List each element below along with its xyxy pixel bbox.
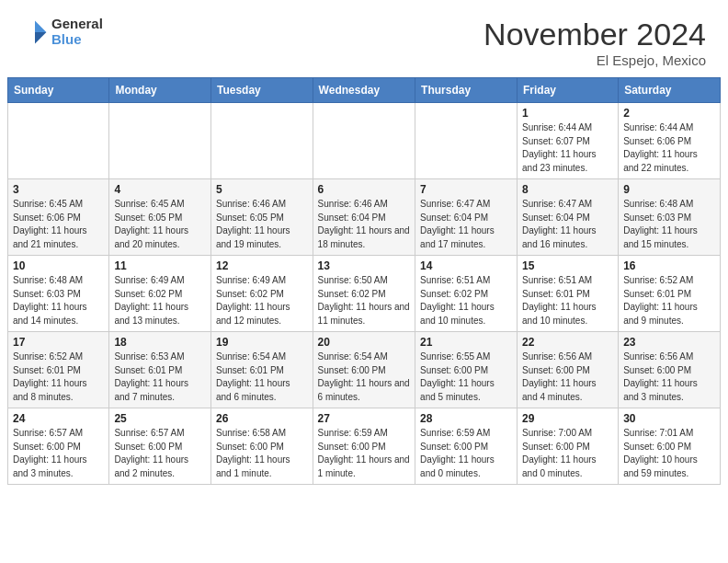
calendar-week-row: 24 Sunrise: 6:57 AMSunset: 6:00 PMDaylig… (8, 408, 721, 485)
cell-content: Sunrise: 6:57 AMSunset: 6:00 PMDaylight:… (114, 428, 188, 478)
calendar-cell: 20 Sunrise: 6:54 AMSunset: 6:00 PMDaylig… (313, 332, 415, 408)
calendar-cell: 19 Sunrise: 6:54 AMSunset: 6:01 PMDaylig… (210, 332, 313, 408)
calendar-cell: 24 Sunrise: 6:57 AMSunset: 6:00 PMDaylig… (8, 408, 109, 485)
day-number: 1 (522, 107, 613, 120)
cell-content: Sunrise: 6:46 AMSunset: 6:04 PMDaylight:… (318, 199, 410, 249)
calendar-cell: 29 Sunrise: 7:00 AMSunset: 6:00 PMDaylig… (518, 408, 619, 485)
calendar-cell: 11 Sunrise: 6:49 AMSunset: 6:02 PMDaylig… (109, 256, 211, 332)
calendar-cell: 10 Sunrise: 6:48 AMSunset: 6:03 PMDaylig… (8, 256, 109, 332)
calendar-cell: 4 Sunrise: 6:45 AMSunset: 6:05 PMDayligh… (109, 179, 211, 256)
logo-text: General Blue (51, 17, 103, 47)
cell-content: Sunrise: 6:49 AMSunset: 6:02 PMDaylight:… (114, 275, 188, 326)
cell-content: Sunrise: 6:47 AMSunset: 6:04 PMDaylight:… (522, 199, 597, 249)
logo: General Blue (22, 17, 103, 47)
calendar-cell: 18 Sunrise: 6:53 AMSunset: 6:01 PMDaylig… (109, 332, 211, 408)
day-number: 12 (216, 259, 308, 272)
calendar-cell: 15 Sunrise: 6:51 AMSunset: 6:01 PMDaylig… (518, 256, 619, 332)
cell-content: Sunrise: 6:54 AMSunset: 6:01 PMDaylight:… (216, 351, 290, 402)
day-number: 10 (13, 259, 104, 272)
calendar-cell: 12 Sunrise: 6:49 AMSunset: 6:02 PMDaylig… (210, 256, 313, 332)
calendar-cell: 28 Sunrise: 6:59 AMSunset: 6:00 PMDaylig… (415, 408, 518, 485)
col-monday: Monday (109, 78, 211, 103)
col-wednesday: Wednesday (313, 78, 415, 103)
calendar-cell: 23 Sunrise: 6:56 AMSunset: 6:00 PMDaylig… (619, 332, 721, 408)
cell-content: Sunrise: 6:44 AMSunset: 6:06 PMDaylight:… (623, 122, 698, 173)
calendar-header: Sunday Monday Tuesday Wednesday Thursday… (8, 78, 721, 103)
day-number: 9 (623, 183, 715, 196)
calendar-week-row: 17 Sunrise: 6:52 AMSunset: 6:01 PMDaylig… (8, 332, 721, 408)
calendar-cell: 13 Sunrise: 6:50 AMSunset: 6:02 PMDaylig… (313, 256, 415, 332)
calendar-cell: 1 Sunrise: 6:44 AMSunset: 6:07 PMDayligh… (518, 103, 619, 179)
calendar-cell (109, 103, 211, 179)
day-number: 5 (216, 183, 308, 196)
col-saturday: Saturday (619, 78, 721, 103)
cell-content: Sunrise: 6:45 AMSunset: 6:06 PMDaylight:… (13, 199, 87, 249)
day-number: 15 (522, 259, 613, 272)
day-number: 22 (522, 336, 613, 349)
cell-content: Sunrise: 6:47 AMSunset: 6:04 PMDaylight:… (420, 199, 495, 249)
calendar-cell: 17 Sunrise: 6:52 AMSunset: 6:01 PMDaylig… (8, 332, 109, 408)
calendar-cell: 8 Sunrise: 6:47 AMSunset: 6:04 PMDayligh… (518, 179, 619, 256)
day-number: 26 (216, 412, 308, 425)
cell-content: Sunrise: 6:51 AMSunset: 6:01 PMDaylight:… (522, 275, 597, 326)
svg-marker-1 (35, 32, 46, 43)
calendar-wrap: Sunday Monday Tuesday Wednesday Thursday… (0, 77, 728, 492)
cell-content: Sunrise: 6:55 AMSunset: 6:00 PMDaylight:… (420, 351, 495, 402)
cell-content: Sunrise: 6:48 AMSunset: 6:03 PMDaylight:… (13, 275, 87, 326)
cell-content: Sunrise: 6:52 AMSunset: 6:01 PMDaylight:… (13, 351, 87, 402)
day-number: 17 (13, 336, 104, 349)
col-thursday: Thursday (415, 78, 518, 103)
header: General Blue November 2024 El Espejo, Me… (0, 0, 728, 77)
cell-content: Sunrise: 6:52 AMSunset: 6:01 PMDaylight:… (623, 275, 698, 326)
day-number: 13 (318, 259, 410, 272)
calendar-cell: 21 Sunrise: 6:55 AMSunset: 6:00 PMDaylig… (415, 332, 518, 408)
cell-content: Sunrise: 6:57 AMSunset: 6:00 PMDaylight:… (13, 428, 87, 478)
calendar-cell: 27 Sunrise: 6:59 AMSunset: 6:00 PMDaylig… (313, 408, 415, 485)
day-number: 25 (114, 412, 206, 425)
day-number: 29 (522, 412, 613, 425)
cell-content: Sunrise: 6:59 AMSunset: 6:00 PMDaylight:… (318, 428, 410, 478)
cell-content: Sunrise: 6:51 AMSunset: 6:02 PMDaylight:… (420, 275, 495, 326)
day-number: 3 (13, 183, 104, 196)
col-sunday: Sunday (8, 78, 109, 103)
title-block: November 2024 El Espejo, Mexico (483, 17, 706, 68)
calendar-cell: 2 Sunrise: 6:44 AMSunset: 6:06 PMDayligh… (619, 103, 721, 179)
calendar-cell: 3 Sunrise: 6:45 AMSunset: 6:06 PMDayligh… (8, 179, 109, 256)
day-number: 23 (623, 336, 715, 349)
day-number: 30 (623, 412, 715, 425)
day-number: 11 (114, 259, 206, 272)
day-number: 14 (420, 259, 512, 272)
cell-content: Sunrise: 6:49 AMSunset: 6:02 PMDaylight:… (216, 275, 290, 326)
cell-content: Sunrise: 7:00 AMSunset: 6:00 PMDaylight:… (522, 428, 597, 478)
col-tuesday: Tuesday (210, 78, 313, 103)
month-title: November 2024 (483, 17, 706, 52)
col-friday: Friday (518, 78, 619, 103)
day-number: 19 (216, 336, 308, 349)
cell-content: Sunrise: 6:48 AMSunset: 6:03 PMDaylight:… (623, 199, 698, 249)
day-number: 2 (623, 107, 715, 120)
cell-content: Sunrise: 6:58 AMSunset: 6:00 PMDaylight:… (216, 428, 290, 478)
logo-blue-text: Blue (51, 32, 103, 48)
cell-content: Sunrise: 6:45 AMSunset: 6:05 PMDaylight:… (114, 199, 188, 249)
calendar-cell: 5 Sunrise: 6:46 AMSunset: 6:05 PMDayligh… (210, 179, 313, 256)
logo-icon (22, 19, 48, 45)
cell-content: Sunrise: 6:53 AMSunset: 6:01 PMDaylight:… (114, 351, 188, 402)
calendar-cell: 26 Sunrise: 6:58 AMSunset: 6:00 PMDaylig… (210, 408, 313, 485)
day-number: 4 (114, 183, 206, 196)
day-number: 28 (420, 412, 512, 425)
day-number: 24 (13, 412, 104, 425)
calendar-cell: 7 Sunrise: 6:47 AMSunset: 6:04 PMDayligh… (415, 179, 518, 256)
cell-content: Sunrise: 7:01 AMSunset: 6:00 PMDaylight:… (623, 428, 698, 478)
calendar-cell: 30 Sunrise: 7:01 AMSunset: 6:00 PMDaylig… (619, 408, 721, 485)
calendar-week-row: 1 Sunrise: 6:44 AMSunset: 6:07 PMDayligh… (8, 103, 721, 179)
day-number: 27 (318, 412, 410, 425)
logo-general-text: General (51, 17, 103, 32)
location: El Espejo, Mexico (483, 52, 706, 68)
calendar-cell (210, 103, 313, 179)
day-number: 20 (318, 336, 410, 349)
svg-marker-0 (35, 20, 46, 31)
calendar-cell: 9 Sunrise: 6:48 AMSunset: 6:03 PMDayligh… (619, 179, 721, 256)
calendar-cell: 16 Sunrise: 6:52 AMSunset: 6:01 PMDaylig… (619, 256, 721, 332)
calendar-cell: 6 Sunrise: 6:46 AMSunset: 6:04 PMDayligh… (313, 179, 415, 256)
calendar-cell (313, 103, 415, 179)
